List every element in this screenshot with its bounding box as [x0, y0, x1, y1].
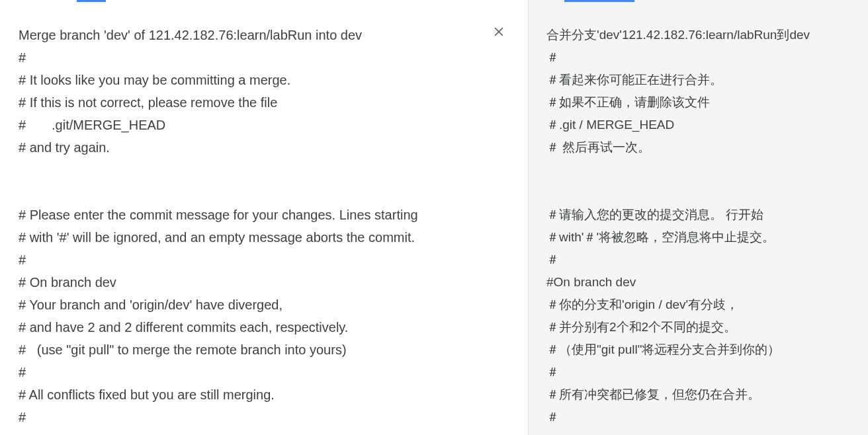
source-text-panel[interactable]: Merge branch 'dev' of 121.42.182.76:lear…	[0, 0, 528, 435]
target-line: ＃ 然后再试一次。	[546, 136, 849, 159]
target-line: ＃	[546, 46, 849, 69]
source-line: # with '#' will be ignored, and an empty…	[19, 226, 509, 249]
source-line: # Please enter the commit message for yo…	[19, 204, 509, 226]
blank-line	[546, 159, 849, 204]
target-line: ＃	[546, 361, 849, 383]
source-line: #	[19, 361, 509, 383]
target-line: ＃	[546, 249, 849, 271]
source-line: #	[19, 249, 509, 271]
target-line: ＃所有冲突都已修复，但您仍在合并。	[546, 383, 849, 406]
source-line: #	[19, 406, 509, 428]
target-language-tab-indicator	[564, 0, 634, 2]
close-icon	[492, 25, 505, 41]
source-line: # and have 2 and 2 different commits eac…	[19, 316, 509, 338]
target-line: 合并分支'dev'121.42.182.76:learn/labRun到dev	[546, 24, 849, 46]
source-line: #	[19, 46, 509, 69]
source-line: # On branch dev	[19, 271, 509, 294]
source-line: # Your branch and 'origin/dev' have dive…	[19, 294, 509, 316]
target-line: #On branch dev	[546, 271, 849, 294]
target-line: ＃请输入您的更改的提交消息。 行开始	[546, 204, 849, 226]
clear-source-button[interactable]	[491, 25, 507, 41]
panel-divider	[528, 0, 529, 435]
target-line: ＃.git / MERGE_HEAD	[546, 114, 849, 136]
source-line: Merge branch 'dev' of 121.42.182.76:lear…	[19, 24, 509, 46]
source-line: # .git/MERGE_HEAD	[19, 114, 509, 136]
target-line: ＃如果不正确，请删除该文件	[546, 91, 849, 114]
target-line: ＃（使用"git pull"将远程分支合并到你的）	[546, 338, 849, 361]
target-line: ＃with'＃'将被忽略，空消息将中止提交。	[546, 226, 849, 249]
blank-line	[19, 159, 509, 204]
source-line: # It looks like you may be committing a …	[19, 69, 509, 91]
source-line: # If this is not correct, please remove …	[19, 91, 509, 114]
target-line: ＃看起来你可能正在进行合并。	[546, 69, 849, 91]
source-line: # All conflicts fixed but you are still …	[19, 383, 509, 406]
target-line: ＃你的分支和'origin / dev'有分歧，	[546, 294, 849, 316]
target-line: ＃并分别有2个和2个不同的提交。	[546, 316, 849, 338]
target-line: ＃	[546, 406, 849, 428]
source-line: # (use "git pull" to merge the remote br…	[19, 338, 509, 361]
source-line: # and try again.	[19, 136, 509, 159]
source-language-tab-indicator	[77, 0, 106, 2]
target-text-panel: 合并分支'dev'121.42.182.76:learn/labRun到dev …	[528, 0, 868, 435]
